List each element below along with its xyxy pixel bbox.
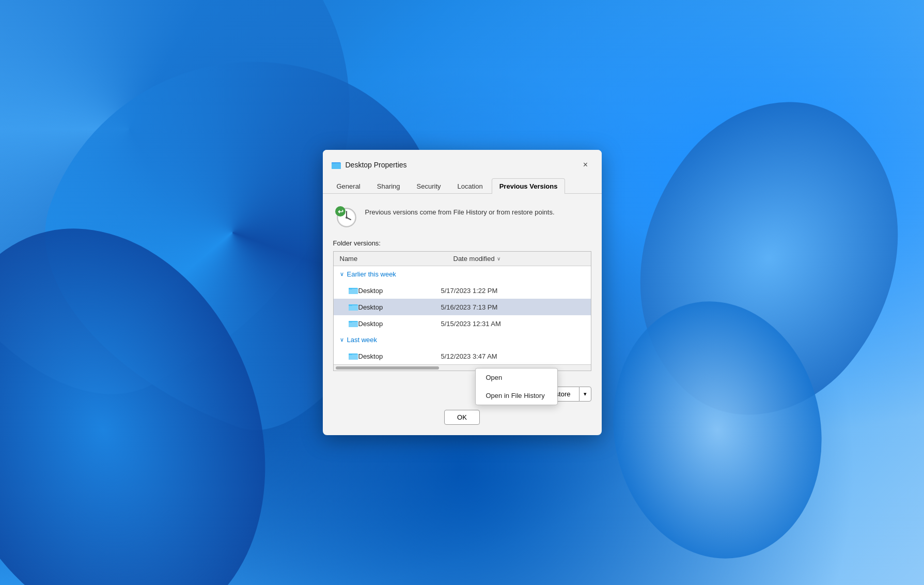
folder-icon (348, 302, 358, 312)
col-header-date: Date modified ∨ (447, 252, 584, 266)
desktop-properties-dialog: Desktop Properties × General Sharing Sec… (323, 150, 602, 435)
close-button[interactable]: × (578, 157, 593, 173)
group-label-earlier: Earlier this week (347, 270, 396, 278)
row-date: 5/15/2023 12:31 AM (441, 320, 501, 328)
clock-icon: ↩ (333, 204, 358, 229)
tabs-bar: General Sharing Security Location Previo… (323, 178, 602, 194)
row-name: Desktop (358, 320, 441, 328)
svg-rect-13 (349, 288, 352, 289)
tab-security[interactable]: Security (409, 178, 449, 194)
versions-table: Name Date modified ∨ ∨ Earlier this week (333, 251, 591, 371)
row-date: 5/17/2023 1:22 PM (441, 287, 498, 295)
svg-rect-16 (349, 304, 352, 306)
table-row[interactable]: Desktop 5/17/2023 1:22 PM (334, 282, 591, 299)
group-earlier-this-week[interactable]: ∨ Earlier this week (334, 266, 591, 282)
folder-versions-label: Folder versions: (333, 239, 591, 247)
svg-rect-12 (349, 289, 358, 294)
svg-rect-21 (349, 355, 358, 360)
tab-sharing[interactable]: Sharing (369, 178, 408, 194)
title-bar: Desktop Properties × (323, 150, 602, 178)
row-name: Desktop (358, 303, 441, 311)
chevron-down-icon: ∨ (340, 336, 344, 343)
table-body[interactable]: ∨ Earlier this week Desktop 5/17/2023 1:… (334, 266, 591, 364)
table-row[interactable]: Desktop 5/15/2023 12:31 AM (334, 315, 591, 332)
svg-rect-3 (332, 163, 341, 169)
svg-rect-18 (349, 322, 358, 327)
dropdown-item-open-file-history[interactable]: Open in File History (476, 387, 557, 405)
ok-button[interactable]: OK (444, 410, 480, 425)
svg-rect-19 (349, 321, 352, 322)
row-date: 5/16/2023 7:13 PM (441, 303, 498, 311)
table-header: Name Date modified ∨ (334, 252, 591, 266)
row-date: 5/12/2023 3:47 AM (441, 352, 497, 360)
action-buttons-row: Open ▾ Restore ▾ (323, 379, 602, 410)
open-dropdown-menu: Open Open in File History (475, 368, 558, 405)
folder-icon (348, 351, 358, 361)
dialog-title: Desktop Properties (346, 161, 578, 169)
tab-previous-versions[interactable]: Previous Versions (492, 178, 566, 194)
row-name: Desktop (358, 287, 441, 295)
tab-general[interactable]: General (329, 178, 368, 194)
table-row[interactable]: Desktop 5/16/2023 7:13 PM (334, 299, 591, 315)
h-scroll-thumb (336, 366, 439, 370)
title-bar-folder-icon (331, 160, 341, 170)
group-last-week[interactable]: ∨ Last week (334, 332, 591, 348)
svg-rect-15 (349, 305, 358, 311)
dialog-footer: OK (323, 410, 602, 435)
svg-rect-22 (349, 353, 352, 355)
info-row: ↩ Previous versions come from File Histo… (333, 204, 591, 229)
dialog-content: ↩ Previous versions come from File Histo… (323, 194, 602, 379)
info-description: Previous versions come from File History… (365, 204, 555, 218)
folder-icon (348, 318, 358, 329)
svg-point-8 (346, 217, 348, 219)
sort-arrow-icon: ∨ (497, 256, 500, 261)
group-label-last-week: Last week (347, 336, 378, 344)
col-header-name: Name (334, 252, 447, 266)
table-row[interactable]: Desktop 5/12/2023 3:47 AM (334, 348, 591, 364)
tab-location[interactable]: Location (450, 178, 491, 194)
row-name: Desktop (358, 352, 441, 360)
folder-icon (348, 285, 358, 296)
dropdown-item-open[interactable]: Open (476, 368, 557, 387)
restore-dropdown-button[interactable]: ▾ (579, 387, 591, 402)
chevron-down-icon: ∨ (340, 271, 344, 278)
svg-text:↩: ↩ (337, 208, 343, 215)
